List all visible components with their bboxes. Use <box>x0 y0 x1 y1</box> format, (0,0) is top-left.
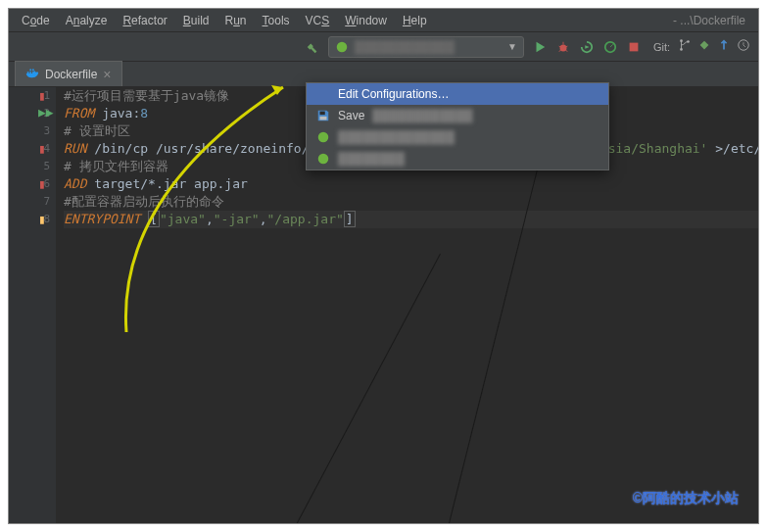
svg-rect-9 <box>320 117 327 121</box>
svg-point-5 <box>687 40 690 43</box>
build-icon[interactable] <box>305 39 320 55</box>
breakpoint-icon[interactable]: ▮ <box>38 88 46 103</box>
svg-rect-3 <box>630 42 639 51</box>
svg-point-0 <box>337 41 348 52</box>
breakpoint-icon[interactable]: ▮ <box>38 176 46 191</box>
profile-icon[interactable] <box>602 39 618 55</box>
svg-point-11 <box>318 154 329 165</box>
tab-label: Dockerfile <box>45 68 97 81</box>
spring-icon <box>316 130 330 144</box>
window-title: - ...\Dockerfile <box>666 12 752 29</box>
menu-code[interactable]: Code <box>15 12 57 29</box>
menu-bar: Code Analyze Refactor Build Run Tools VC… <box>9 9 758 32</box>
menu-run[interactable]: Run <box>218 12 254 29</box>
code-line[interactable]: #配置容器启动后执行的命令 <box>64 193 758 211</box>
chevron-down-icon: ▼ <box>507 41 517 52</box>
blurred-text: ████████ <box>338 152 405 166</box>
git-history-icon[interactable] <box>737 38 750 55</box>
run-config-dropdown[interactable]: ████████████ ▼ <box>328 36 524 58</box>
run-config-text: ████████████ <box>355 40 507 54</box>
code-line[interactable]: ADD target/*.jar app.jar <box>64 175 758 193</box>
git-commit-icon[interactable] <box>697 38 711 55</box>
menu-help[interactable]: Help <box>396 12 434 29</box>
blurred-text: ██████████████ <box>338 130 455 144</box>
blurred-text: ████████████ <box>372 109 472 122</box>
svg-point-10 <box>318 132 329 143</box>
close-icon[interactable]: × <box>103 68 111 81</box>
menu-edit-configurations[interactable]: Edit Configurations… <box>307 83 608 105</box>
run-config-menu: Edit Configurations… Save ████████████ █… <box>306 82 609 170</box>
menu-build[interactable]: Build <box>176 12 216 29</box>
git-label: Git: <box>653 41 670 53</box>
menu-config-item[interactable]: ██████████████ <box>307 126 608 148</box>
coverage-icon[interactable] <box>579 39 595 55</box>
menu-refactor[interactable]: Refactor <box>116 12 173 29</box>
svg-point-4 <box>680 39 683 42</box>
menu-save-configuration[interactable]: Save ████████████ <box>307 105 608 126</box>
svg-point-1 <box>559 44 566 51</box>
run-icon[interactable] <box>532 39 548 55</box>
menu-config-item[interactable]: ████████ <box>307 148 608 169</box>
stop-icon[interactable] <box>626 39 642 55</box>
spring-icon <box>316 152 330 166</box>
run-gutter-icon[interactable]: ▶▶ <box>38 105 54 120</box>
git-branch-icon[interactable] <box>678 38 692 55</box>
menu-tools[interactable]: Tools <box>256 12 297 29</box>
tab-dockerfile[interactable]: Dockerfile × <box>15 61 122 86</box>
breakpoint-icon[interactable]: ▮ <box>38 141 46 156</box>
svg-rect-8 <box>320 112 325 116</box>
warning-gutter-icon[interactable]: ▮ <box>38 212 46 226</box>
menu-vcs[interactable]: VCS <box>299 12 337 29</box>
debug-icon[interactable] <box>555 39 571 55</box>
menu-analyze[interactable]: Analyze <box>59 12 115 29</box>
toolbar: ████████████ ▼ Git: <box>9 32 758 62</box>
git-update-icon[interactable] <box>717 38 731 55</box>
docker-icon <box>25 66 39 82</box>
code-line[interactable]: ENTRYPOINT ["java","-jar","/app.jar"] <box>64 211 758 228</box>
save-icon <box>316 109 330 122</box>
spring-icon <box>335 40 349 54</box>
watermark: ©阿酷的技术小站 <box>633 490 739 508</box>
svg-point-6 <box>680 48 683 51</box>
menu-window[interactable]: Window <box>338 12 394 29</box>
gutter: 1234 5678 <box>9 87 56 523</box>
